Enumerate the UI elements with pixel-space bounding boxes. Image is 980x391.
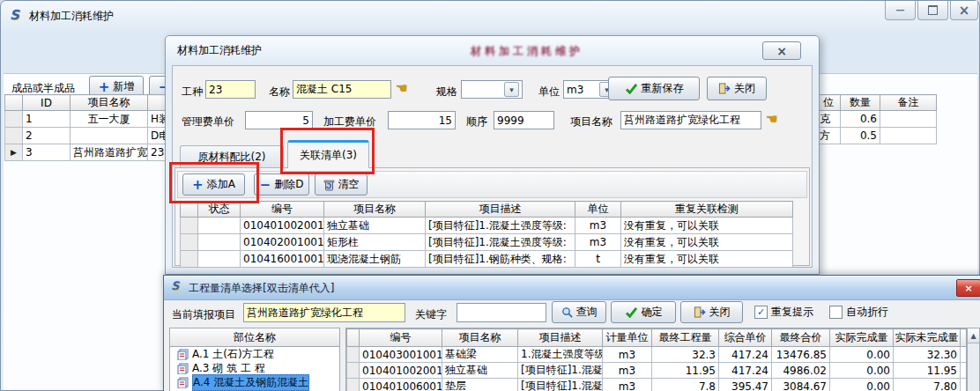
table-row[interactable]: 010402001001 矩形柱 [项目特征]1.混凝土强度等级: m3 没有重…	[181, 234, 793, 251]
hand-picker-icon[interactable]: ☚	[766, 111, 777, 127]
name-label: 名称	[269, 85, 290, 100]
worktype-label: 工种	[182, 85, 203, 100]
plus-icon: +	[99, 83, 110, 92]
table-row[interactable]: 010401006001 垫层 [项目特征]1.混凝土 m3 7.8 395.4…	[347, 379, 968, 391]
col-id: ID	[23, 95, 71, 111]
col-remain-qty: 实际未完成量	[894, 329, 961, 347]
row-marker	[5, 128, 23, 144]
linked-list-table: 状态 编号 项目名称 项目描述 单位 重复关联检测 010401002001 独…	[180, 201, 793, 268]
dialog-close-action-button[interactable]: 关闭	[707, 77, 767, 100]
trash-icon	[323, 179, 335, 191]
project-name-input[interactable]: 莒州路道路扩宽绿化工程	[620, 111, 761, 129]
checkbox-checked-icon[interactable]: ✓	[754, 306, 768, 319]
col-marker	[5, 95, 23, 111]
col-name: 项目名称	[324, 202, 426, 218]
row-marker: ▶	[5, 144, 23, 161]
col-unit-price: 综合单价	[719, 329, 772, 347]
col-desc: 项目描述	[518, 329, 603, 347]
save-button-label: 重新保存	[642, 81, 684, 96]
tree-header: 部位名称	[170, 328, 339, 347]
minus-icon: −	[260, 181, 271, 189]
vertical-scrollbar[interactable]: ▲	[967, 328, 980, 391]
autowrap-label: 自动折行	[846, 305, 888, 320]
close-icon: ×	[959, 3, 970, 18]
dialog-close-button[interactable]: ×	[762, 41, 801, 60]
col-final-total: 最终合价	[772, 329, 830, 347]
check-icon	[625, 306, 638, 318]
mgmt-fee-label: 管理费单价	[182, 114, 234, 129]
query-button[interactable]: 查询	[552, 301, 606, 323]
picker-close-label: 关闭	[709, 305, 731, 320]
tree-item-a4[interactable]: A.4 混凝土及钢筋混凝土	[170, 375, 339, 389]
app-logo-icon: S	[10, 7, 19, 23]
boq-table: 编号 项目名称 项目描述 计量单位 最终工程量 综合单价 最终合价 实际完成量 …	[346, 328, 967, 391]
hand-picker-icon[interactable]: ☚	[396, 80, 407, 96]
table-row[interactable]: 010416001001 现浇混凝土钢筋 [项目特征]1.钢筋种类、规格: t …	[181, 251, 793, 268]
clear-button[interactable]: 清空	[315, 173, 368, 196]
scroll-up-button[interactable]: ▲	[968, 328, 979, 343]
project-name-label: 项目名称	[570, 114, 612, 129]
col-unit-partial: 位	[817, 95, 841, 111]
close-icon: ×	[776, 44, 787, 58]
list-doc-icon	[177, 349, 189, 360]
col-qty: 数量	[841, 95, 880, 111]
col-final-qty: 最终工程量	[652, 329, 719, 347]
keyword-input[interactable]	[457, 303, 546, 322]
dup-hint-checkbox[interactable]: ✓ 重复提示	[754, 305, 813, 320]
delete-list-button[interactable]: − 删除D	[254, 173, 309, 196]
col-name: 项目名称	[71, 95, 148, 111]
keyword-label: 关键字	[415, 307, 447, 322]
col-done-qty: 实际完成量	[830, 329, 894, 347]
current-project-input[interactable]: 莒州路道路扩宽绿化工程	[243, 303, 405, 322]
col-desc: 项目描述	[426, 202, 575, 218]
autowrap-checkbox[interactable]: 自动折行	[829, 305, 888, 320]
table-row[interactable]: 方 0.5	[817, 128, 937, 144]
tree-item-a1[interactable]: A.1 土(石)方工程	[170, 347, 339, 361]
col-code: 编号	[360, 329, 442, 347]
door-icon	[694, 306, 706, 318]
picker-close-button[interactable]: ×	[956, 279, 980, 297]
table-row[interactable]: 010401002001 独立基础 [项目特征]1.混凝土 m3 11.95 4…	[347, 363, 968, 379]
screen: S 材料加工消耗维护 — × 成品或半成品 + 新增 − 删除	[0, 0, 980, 391]
picker-close-action-button[interactable]: 关闭	[680, 301, 743, 323]
checkbox-unchecked-icon[interactable]	[829, 306, 843, 319]
table-row[interactable]: 010403001001 基础梁 1.混凝土强度等级:C m3 32.3 417…	[347, 347, 968, 363]
table-row[interactable]: 010401002001 独立基础 [项目特征]1.混凝土强度等级: m3 没有…	[181, 218, 793, 234]
search-icon	[561, 306, 573, 318]
query-button-label: 查询	[576, 305, 598, 320]
row-marker	[5, 111, 23, 128]
picker-titlebar: S 工程量清单选择[双击清单代入] ×	[164, 276, 980, 300]
section-tree: 部位名称 A.1 土(石)方工程 A.3 砌 筑 工 程	[169, 328, 340, 391]
delete-list-button-label: 删除D	[274, 177, 303, 192]
col-clipped: 施	[961, 329, 968, 347]
maximize-button[interactable]	[917, 1, 948, 20]
col-status: 状态	[198, 202, 241, 218]
save-button[interactable]: 重新保存	[608, 77, 700, 100]
col-note: 备注	[880, 95, 937, 111]
spec-label: 规格	[436, 85, 457, 100]
chevron-down-icon[interactable]: ▾	[504, 82, 519, 97]
check-icon	[625, 83, 638, 94]
worktype-input[interactable]: 23	[205, 80, 256, 99]
close-button[interactable]: ×	[950, 1, 978, 20]
door-icon	[718, 83, 731, 94]
app-logo-icon: S	[171, 279, 179, 292]
boq-table-viewport: 编号 项目名称 项目描述 计量单位 最终工程量 综合单价 最终合价 实际完成量 …	[345, 328, 967, 391]
mgmt-fee-input[interactable]: 5	[245, 111, 313, 129]
col-name: 项目名称	[442, 329, 518, 347]
spec-combobox[interactable]: ▾	[461, 80, 523, 99]
close-button-label: 关闭	[734, 81, 755, 96]
col-unit: 单位	[575, 202, 621, 218]
annotation-rect-tab	[280, 128, 375, 174]
name-input[interactable]: 混凝土 C15	[293, 80, 391, 99]
annotation-rect-add	[169, 162, 259, 203]
boq-picker-dialog: S 工程量清单选择[双击清单代入] × 当前填报项目 莒州路道路扩宽绿化工程 关…	[163, 275, 980, 391]
order-input[interactable]: 9999	[494, 111, 554, 129]
col-dup-check: 重复关联检测	[621, 202, 793, 218]
ok-button[interactable]: 确定	[611, 301, 676, 323]
proc-fee-input[interactable]: 15	[388, 111, 456, 129]
minimize-button[interactable]: —	[885, 1, 916, 20]
ok-button-label: 确定	[642, 305, 663, 320]
table-row[interactable]: 克 0.6	[817, 111, 937, 128]
picker-title: 工程量清单选择[双击清单代入]	[189, 281, 334, 296]
